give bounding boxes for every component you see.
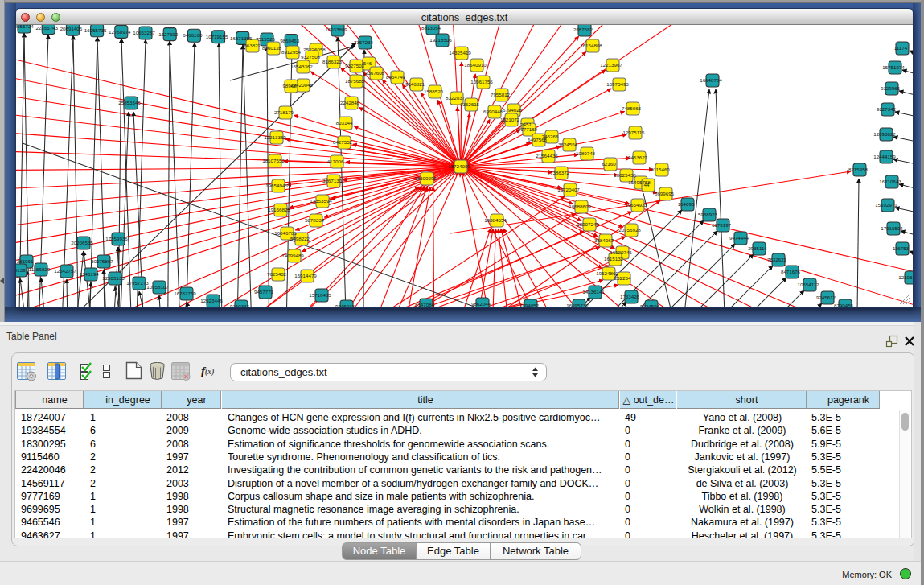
svg-text:6990448: 6990448 bbox=[483, 109, 503, 114]
svg-text:18107552: 18107552 bbox=[262, 158, 285, 163]
svg-text:20206535: 20206535 bbox=[71, 240, 93, 245]
svg-text:(x): (x) bbox=[205, 367, 215, 377]
svg-text:8790455: 8790455 bbox=[834, 303, 854, 307]
svg-text:16033809: 16033809 bbox=[325, 27, 347, 32]
svg-text:8147084: 8147084 bbox=[415, 302, 435, 307]
svg-text:3267130: 3267130 bbox=[322, 178, 343, 183]
svg-text:12103454: 12103454 bbox=[898, 274, 913, 280]
svg-text:9777169: 9777169 bbox=[518, 126, 538, 132]
svg-text:12213967: 12213967 bbox=[600, 62, 622, 68]
svg-text:30975867: 30975867 bbox=[91, 258, 113, 264]
svg-text:9115460: 9115460 bbox=[651, 167, 670, 172]
svg-text:1527602: 1527602 bbox=[158, 31, 179, 37]
svg-text:10961756: 10961756 bbox=[470, 79, 493, 84]
svg-text:16782759: 16782759 bbox=[174, 290, 196, 296]
svg-text:1080748: 1080748 bbox=[576, 150, 596, 156]
svg-text:16914479: 16914479 bbox=[294, 273, 317, 278]
svg-text:98968: 98968 bbox=[282, 83, 297, 89]
svg-text:12213369: 12213369 bbox=[264, 134, 286, 140]
svg-text:7694052: 7694052 bbox=[519, 303, 540, 307]
svg-text:11174: 11174 bbox=[894, 45, 908, 51]
svg-text:9245033: 9245033 bbox=[335, 303, 355, 307]
svg-text:16210643: 16210643 bbox=[879, 179, 901, 184]
svg-text:17359936: 17359936 bbox=[105, 236, 128, 241]
svg-text:417006: 417006 bbox=[327, 159, 344, 164]
svg-text:18724007: 18724007 bbox=[448, 163, 470, 169]
svg-text:12975115: 12975115 bbox=[622, 130, 645, 135]
svg-text:3624554: 3624554 bbox=[558, 142, 578, 147]
svg-text:18640910: 18640910 bbox=[464, 62, 487, 68]
svg-text:8813054: 8813054 bbox=[421, 25, 441, 31]
svg-text:10719155: 10719155 bbox=[206, 34, 228, 39]
svg-text:16046786: 16046786 bbox=[274, 230, 297, 236]
svg-text:1615132: 1615132 bbox=[604, 256, 624, 262]
svg-text:12342757: 12342757 bbox=[54, 268, 76, 274]
svg-text:9227342: 9227342 bbox=[877, 106, 897, 112]
svg-text:7357234: 7357234 bbox=[354, 39, 374, 45]
svg-text:6794028: 6794028 bbox=[503, 107, 523, 113]
svg-text:7485063: 7485063 bbox=[622, 105, 642, 111]
svg-text:9924504: 9924504 bbox=[640, 303, 660, 307]
svg-text:9146821: 9146821 bbox=[405, 81, 425, 87]
svg-text:8322037: 8322037 bbox=[446, 95, 466, 101]
svg-text:8427552: 8427552 bbox=[333, 139, 353, 145]
svg-text:15692971: 15692971 bbox=[875, 202, 897, 208]
svg-text:385061: 385061 bbox=[17, 258, 34, 264]
svg-text:15716485: 15716485 bbox=[309, 292, 331, 298]
svg-text:12505135: 12505135 bbox=[102, 275, 125, 281]
svg-text:15751074: 15751074 bbox=[882, 64, 905, 70]
svg-text:8912954: 8912954 bbox=[281, 49, 302, 55]
svg-text:16154808: 16154808 bbox=[580, 43, 602, 48]
svg-text:8454749: 8454749 bbox=[386, 74, 406, 80]
svg-text:5878334: 5878334 bbox=[305, 217, 325, 223]
svg-text:14099489: 14099489 bbox=[281, 253, 304, 258]
svg-text:9150343: 9150343 bbox=[230, 303, 250, 307]
svg-text:39139: 39139 bbox=[16, 267, 26, 273]
svg-text:10973493: 10973493 bbox=[606, 81, 629, 87]
svg-text:9245612: 9245612 bbox=[816, 295, 836, 300]
svg-text:164095: 164095 bbox=[678, 201, 695, 207]
svg-text:252254: 252254 bbox=[614, 275, 631, 281]
svg-text:25226058: 25226058 bbox=[303, 47, 326, 52]
svg-text:12768974: 12768974 bbox=[109, 29, 131, 35]
svg-text:10025438: 10025438 bbox=[614, 172, 636, 178]
svg-text:9329966: 9329966 bbox=[881, 85, 901, 91]
svg-text:546: 546 bbox=[363, 60, 372, 66]
svg-text:20691406: 20691406 bbox=[60, 26, 83, 31]
svg-text:12923446: 12923446 bbox=[200, 298, 223, 303]
svg-text:5938923: 5938923 bbox=[698, 212, 718, 217]
svg-text:2242848: 2242848 bbox=[340, 100, 360, 105]
svg-text:7386372: 7386372 bbox=[550, 170, 570, 175]
svg-text:1621072: 1621072 bbox=[500, 117, 520, 122]
svg-text:8215958: 8215958 bbox=[848, 167, 869, 172]
svg-text:746266: 746266 bbox=[542, 134, 559, 139]
svg-text:22355743: 22355743 bbox=[35, 25, 58, 31]
svg-text:12444159: 12444159 bbox=[873, 154, 896, 159]
svg-text:6466160: 6466160 bbox=[183, 32, 203, 38]
svg-text:16671355: 16671355 bbox=[230, 35, 253, 41]
svg-text:17016504: 17016504 bbox=[881, 225, 903, 231]
svg-text:2935114: 2935114 bbox=[748, 245, 767, 251]
svg-text:7955812: 7955812 bbox=[491, 92, 511, 97]
svg-text:62160: 62160 bbox=[602, 161, 616, 167]
svg-text:19384554: 19384554 bbox=[484, 217, 507, 223]
svg-text:15720407: 15720407 bbox=[557, 187, 580, 192]
svg-text:19166825: 19166825 bbox=[268, 207, 290, 212]
svg-text:19218506: 19218506 bbox=[429, 37, 452, 43]
svg-text:9327503: 9327503 bbox=[345, 63, 365, 68]
svg-text:8960128: 8960128 bbox=[262, 45, 282, 51]
svg-text:8699695: 8699695 bbox=[655, 191, 675, 196]
svg-text:2718179: 2718179 bbox=[274, 109, 294, 115]
svg-text:20756928: 20756928 bbox=[618, 227, 641, 233]
svg-text:9862044: 9862044 bbox=[471, 301, 491, 307]
svg-text:5498222: 5498222 bbox=[290, 236, 310, 241]
svg-text:14325419: 14325419 bbox=[449, 50, 471, 56]
svg-text:10654112: 10654112 bbox=[797, 282, 819, 287]
svg-text:16120746: 16120746 bbox=[610, 249, 632, 255]
svg-text:6379197: 6379197 bbox=[712, 222, 732, 228]
svg-text:18300295: 18300295 bbox=[414, 175, 437, 181]
svg-text:10688609: 10688609 bbox=[569, 204, 591, 209]
svg-text:8186323: 8186323 bbox=[322, 59, 343, 64]
svg-text:9463627: 9463627 bbox=[628, 154, 648, 160]
svg-text:2687682: 2687682 bbox=[573, 27, 593, 32]
